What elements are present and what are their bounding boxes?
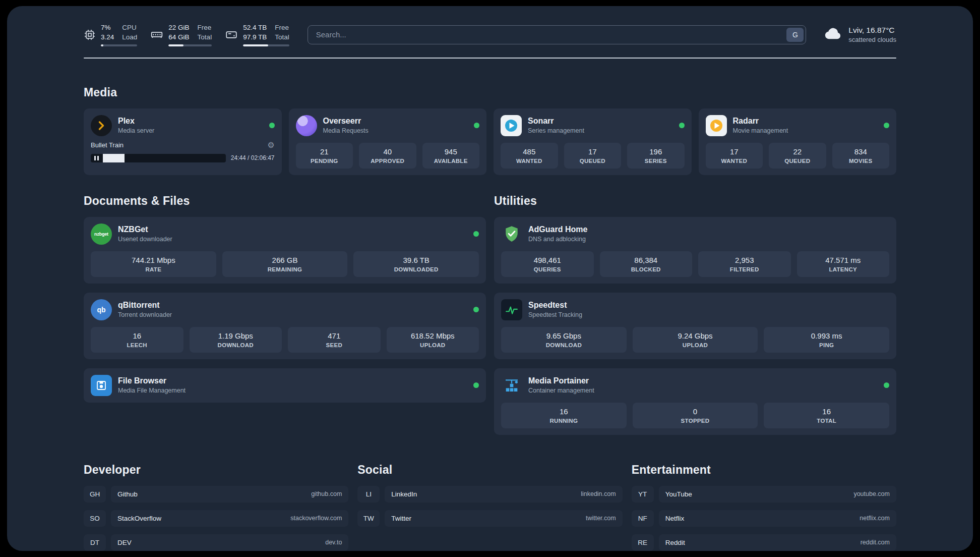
now-playing-title: Bullet Train [91,141,124,149]
memory-total-value: 64 GiB [168,33,189,42]
bookmark-name: Reddit [665,539,685,546]
service-title: Sonarr [528,117,584,126]
card-speedtest[interactable]: Speedtest Speedtest Tracking 9.65 GbpsDO… [494,293,896,359]
card-filebrowser[interactable]: File Browser Media File Management [84,368,486,403]
disk-free-label: Free [275,23,289,33]
stat-label: QUERIES [504,266,591,272]
stat-value: 16 [94,331,180,340]
stat-label: PENDING [299,158,350,164]
stat-label: PING [767,342,886,348]
stat-label: UPLOAD [390,342,476,348]
stat-label: QUEUED [567,158,619,164]
bookmark-github[interactable]: GH Githubgithub.com [84,486,348,503]
card-nzbget[interactable]: nzbget NZBGet Usenet downloader 744.21 M… [84,217,486,284]
service-title: AdGuard Home [528,225,587,234]
bookmark-group-social: Social LI LinkedInlinkedin.com TW Twitte… [357,463,622,527]
gear-icon[interactable]: ⚙ [267,141,274,149]
card-plex[interactable]: Plex Media server Bullet Train ⚙ [84,108,282,175]
card-adguard[interactable]: AdGuard Home DNS and adblocking 498,461Q… [494,217,896,284]
stat-value: 485 [504,147,555,156]
stat-tile: 0STOPPED [633,403,758,428]
memory-usage-bar [168,44,212,46]
bookmark-youtube[interactable]: YT YouTubeyoutube.com [632,486,896,503]
stat-label: WANTED [504,158,555,164]
service-subtitle: Media server [118,127,154,134]
sonarr-icon [501,115,522,136]
service-subtitle: Media Requests [323,127,369,134]
qbittorrent-icon: qb [91,299,112,320]
bookmark-name: Twitter [391,515,411,522]
bookmark-abbr: TW [357,510,380,527]
stat-value: 16 [767,407,886,416]
cpu-load-value: 3.24 [101,33,114,42]
card-sonarr[interactable]: Sonarr Series management 485WANTED 17QUE… [494,108,692,175]
stat-value: 21 [299,147,350,156]
search-input[interactable] [308,25,807,44]
stat-tile: 471SEED [288,327,381,353]
status-dot [679,123,685,128]
stat-tile: 40APPROVED [359,143,416,169]
service-subtitle: DNS and adblocking [528,236,587,243]
stat-label: DOWNLOAD [193,342,279,348]
bookmark-twitter[interactable]: TW Twittertwitter.com [357,510,622,527]
stat-tile: 9.24 GbpsUPLOAD [633,327,758,353]
stat-label: RUNNING [504,418,624,424]
cpu-label: CPU [122,23,137,33]
speedtest-icon [501,299,522,320]
stat-value: 744.21 Mbps [94,256,213,264]
card-qbittorrent[interactable]: qb qBittorrent Torrent downloader 16LEEC… [84,293,486,359]
section-heading-utilities: Utilities [494,194,896,208]
status-dot [473,307,479,312]
card-overseerr[interactable]: Overseerr Media Requests 21PENDING 40APP… [289,108,487,175]
bookmark-domain: github.com [311,490,342,497]
service-subtitle: Series management [528,127,584,134]
bookmark-dev[interactable]: DT DEVdev.to [84,534,348,551]
stat-label: DOWNLOAD [504,342,624,348]
service-title: Media Portainer [528,376,594,385]
stat-tile: 9.65 GbpsDOWNLOAD [501,327,627,353]
bookmark-netflix[interactable]: NF Netflixnetflix.com [632,510,896,527]
status-dot [473,231,479,237]
card-radarr[interactable]: Radarr Movie management 17WANTED 22QUEUE… [699,108,897,175]
bookmark-domain: stackoverflow.com [290,515,342,522]
stat-tile: 16RUNNING [501,403,627,428]
section-documents: Documents & Files nzbget NZBGet Usenet d… [84,194,486,403]
stat-label: AVAILABLE [425,158,477,164]
search-bar: G [308,25,807,44]
memory-total-label: Total [198,33,212,42]
card-portainer[interactable]: Media Portainer Container management 16R… [494,368,896,435]
service-subtitle: Torrent downloader [118,311,172,318]
adguard-icon [501,224,522,245]
weather-widget: Lviv, 16.87°C scattered clouds [824,26,896,43]
bookmark-linkedin[interactable]: LI LinkedInlinkedin.com [357,486,622,503]
service-subtitle: Container management [528,387,594,394]
stat-value: 17 [567,147,619,156]
search-provider-button[interactable]: G [786,28,804,42]
service-subtitle: Movie management [733,127,788,134]
pause-icon[interactable] [94,156,99,160]
bookmark-stackoverflow[interactable]: SO StackOverflowstackoverflow.com [84,510,348,527]
stat-tile: 744.21 MbpsRATE [91,251,216,277]
stat-label: QUEUED [772,158,823,164]
service-title: qBittorrent [118,301,172,310]
disk-free-value: 52.4 TB [243,23,267,33]
stat-value: 471 [291,331,378,340]
qbittorrent-icon-text: qb [97,306,105,314]
stat-value: 16 [504,407,624,416]
memory-widget: 22 GiB 64 GiB Free Total [150,23,212,46]
stat-tile: 498,461QUERIES [501,251,594,277]
plex-icon [91,115,112,136]
bookmark-domain: dev.to [325,539,342,546]
stat-value: 9.65 Gbps [504,331,624,340]
service-subtitle: Usenet downloader [118,236,172,243]
bookmark-abbr: RE [632,534,654,551]
memory-icon [150,28,163,41]
bookmark-name: StackOverflow [117,515,161,522]
stat-value: 945 [425,147,477,156]
stat-tile: 86,384BLOCKED [600,251,693,277]
top-bar: 7% 3.24 CPU Load [84,23,896,46]
cpu-usage-bar [101,44,137,46]
playback-progress-bar[interactable] [91,154,226,162]
bookmark-reddit[interactable]: RE Redditreddit.com [632,534,896,551]
stat-value: 17 [709,147,760,156]
